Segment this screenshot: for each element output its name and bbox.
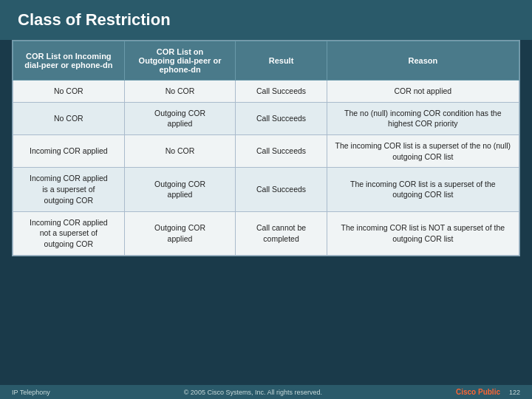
cell-col2-row1: Outgoing COR applied xyxy=(124,102,236,134)
footer-left: IP Telephony xyxy=(12,389,50,396)
cell-col3-row1: Call Succeeds xyxy=(236,102,327,134)
cell-col3-row3: Call Succeeds xyxy=(236,168,327,211)
table-container: COR List on Incomingdial-peer or ephone-… xyxy=(12,40,520,256)
table-row: Incoming COR applied is a superset of ou… xyxy=(13,168,519,211)
table-header-row: COR List on Incomingdial-peer or ephone-… xyxy=(13,41,519,81)
cell-col2-row2: No COR xyxy=(124,135,236,168)
footer-page: 122 xyxy=(509,389,520,396)
cell-col3-row4: Call cannot be completed xyxy=(236,211,327,255)
header-col3: Result xyxy=(236,41,327,81)
cell-col1-row0: No COR xyxy=(13,81,125,103)
cell-col1-row1: No COR xyxy=(13,102,125,134)
footer: IP Telephony © 2005 Cisco Systems, Inc. … xyxy=(0,385,532,399)
table-row: No COROutgoing COR appliedCall SucceedsT… xyxy=(13,102,519,134)
table-row: No CORNo CORCall SucceedsCOR not applied xyxy=(13,81,519,103)
cell-col4-row4: The incoming COR list is NOT a superset … xyxy=(327,211,519,255)
cell-col4-row1: The no (null) incoming COR condition has… xyxy=(327,102,519,134)
title-bar: Class of Restriction xyxy=(0,0,532,40)
header-col4: Reason xyxy=(327,41,519,81)
cell-col1-row2: Incoming COR applied xyxy=(13,135,125,168)
cell-col4-row2: The incoming COR list is a superset of t… xyxy=(327,135,519,168)
cell-col2-row3: Outgoing COR applied xyxy=(124,168,236,211)
cell-col3-row0: Call Succeeds xyxy=(236,81,327,103)
header-col1: COR List on Incomingdial-peer or ephone-… xyxy=(13,41,125,81)
footer-brand: Cisco Public xyxy=(456,388,500,396)
header-col2: COR List onOutgoing dial-peer orephone-d… xyxy=(124,41,236,81)
cell-col2-row0: No COR xyxy=(124,81,236,103)
cell-col4-row0: COR not applied xyxy=(327,81,519,103)
cell-col1-row3: Incoming COR applied is a superset of ou… xyxy=(13,168,125,211)
table-row: Incoming COR appliedNo CORCall SucceedsT… xyxy=(13,135,519,168)
cell-col4-row3: The incoming COR list is a superset of t… xyxy=(327,168,519,211)
page: Class of Restriction COR List on Incomin… xyxy=(0,0,532,399)
table-row: Incoming COR applied not a superset of o… xyxy=(13,211,519,255)
cell-col1-row4: Incoming COR applied not a superset of o… xyxy=(13,211,125,255)
page-title: Class of Restriction xyxy=(18,10,171,30)
cor-table: COR List on Incomingdial-peer or ephone-… xyxy=(13,41,519,256)
cell-col3-row2: Call Succeeds xyxy=(236,135,327,168)
footer-center: © 2005 Cisco Systems, Inc. All rights re… xyxy=(184,389,322,396)
cell-col2-row4: Outgoing COR applied xyxy=(124,211,236,255)
